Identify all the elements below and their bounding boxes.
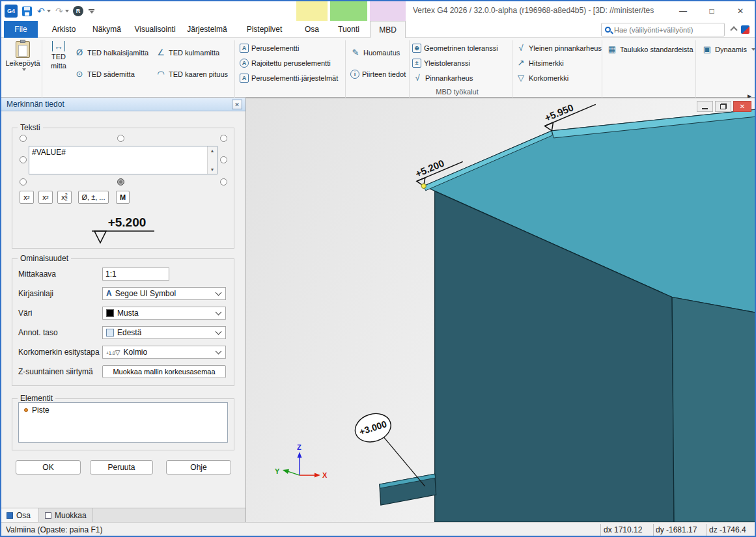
dialog-close-button[interactable]: ✕: [232, 100, 242, 109]
dynamic-icon: ▣: [702, 44, 712, 55]
z-offset-label: Z-suuntainen siirtymä: [18, 367, 93, 376]
elevation-style-label: Korkomerkin esitystapa: [18, 348, 100, 357]
elevation-mark-icon: +1.0▽: [106, 349, 120, 356]
customize-toolbar-button[interactable]: [89, 5, 94, 17]
record-icon: R: [73, 6, 83, 16]
status-dx: dx 1710.12: [604, 525, 652, 534]
ribbon-button-korkomerkki[interactable]: ▽ Korkomerkki: [516, 70, 602, 85]
ribbon-button-yleistoleranssi[interactable]: ± Yleistoleranssi: [412, 55, 498, 70]
undo-button[interactable]: ↶: [37, 5, 51, 17]
superscript-button[interactable]: x2: [20, 191, 34, 204]
ribbon-button-ted-sademitta[interactable]: ⊙ TED sädemitta: [74, 63, 148, 85]
save-button[interactable]: [22, 5, 32, 17]
note-icon: ✎: [350, 48, 361, 58]
vertex-mini-icon[interactable]: [741, 25, 749, 34]
text-scrollbar[interactable]: ▲ ▼: [207, 146, 217, 174]
font-select[interactable]: A Segoe UI Symbol: [102, 287, 226, 300]
ok-button[interactable]: OK: [16, 460, 81, 475]
ribbon-button-ted-kulmamitta[interactable]: ∠ TED kulmamitta: [156, 42, 228, 63]
tab-pistepilvet[interactable]: Pistepilvet: [240, 21, 289, 38]
model-canvas[interactable]: +5.950 +5.200 +3.000 Z: [246, 98, 756, 522]
annotation-text-area[interactable]: #VALUE# ▲ ▼: [29, 146, 217, 174]
model-right-wall[interactable]: [672, 297, 756, 522]
tab-mbd[interactable]: MBD: [370, 21, 406, 38]
view-restore-button[interactable]: [715, 101, 731, 112]
ribbon-button-hitsimerkki[interactable]: ↗ Hitsimerkki: [516, 55, 602, 70]
ribbon-button-piirteen-tiedot[interactable]: i Piirteen tiedot: [350, 63, 406, 85]
ribbon-button-yleinen-pinnankarheus[interactable]: √ Yleinen pinnankarheus: [516, 40, 602, 55]
datum-system-icon: A: [240, 74, 249, 83]
scroll-down-icon[interactable]: ▼: [208, 165, 217, 174]
standards-table-icon: ▦: [607, 44, 617, 55]
tab-nakyma[interactable]: Näkymä: [86, 21, 128, 38]
app-logo[interactable]: G4: [5, 5, 18, 18]
bottom-tab-muokkaa[interactable]: Muokkaa: [40, 508, 93, 523]
ribbon-button-ted-halkaisijamitta[interactable]: Ø TED halkaisijamitta: [74, 42, 148, 63]
anchor-radio-top-right[interactable]: [220, 135, 227, 142]
coordinate-triad: Z X Y: [275, 443, 328, 479]
redo-button[interactable]: ↷: [55, 5, 69, 17]
measure-button[interactable]: M: [116, 191, 130, 204]
tab-arkisto[interactable]: Arkisto: [43, 21, 85, 38]
part-icon: [7, 512, 13, 519]
anchor-radio-middle-left[interactable]: [20, 156, 27, 163]
tab-accent-mbd: [370, 1, 406, 21]
ribbon-button-dynaamis[interactable]: ▣ Dynaamis: [702, 42, 755, 57]
ted-mitta-label2: mitta: [51, 62, 66, 70]
help-button[interactable]: Ohje: [166, 460, 231, 475]
anchor-radio-bottom-left[interactable]: [20, 178, 27, 186]
record-button[interactable]: R: [73, 5, 83, 17]
paste-button[interactable]: Leikepöytä: [7, 39, 39, 71]
svg-text:+5.200: +5.200: [108, 215, 147, 229]
window-maximize-button[interactable]: □: [697, 1, 726, 21]
ted-mitta-button[interactable]: ↔ TED mitta: [44, 39, 73, 70]
window-close-button[interactable]: ✕: [726, 1, 755, 21]
anchor-radio-middle-right[interactable]: [220, 156, 227, 163]
ribbon-button-peruselementti-jarjestelmat[interactable]: A Peruselementti-järjestelmät: [240, 70, 338, 85]
collapse-ribbon-icon[interactable]: [730, 26, 737, 33]
anchor-radio-bottom-center[interactable]: [117, 178, 124, 186]
ribbon-button-huomautus[interactable]: ✎ Huomautus: [350, 42, 406, 63]
elevation-annotation-3000[interactable]: +3.000: [352, 409, 425, 486]
tab-tuonti[interactable]: Tuonti: [330, 21, 367, 38]
elevation-style-select[interactable]: +1.0▽ Kolmio: [102, 346, 226, 359]
chevron-down-icon: [216, 329, 222, 335]
redo-caret-icon: [65, 10, 69, 12]
tab-visualisointi[interactable]: Visualisointi: [129, 21, 181, 38]
anchor-radio-top-center[interactable]: [117, 135, 124, 142]
view-minimize-button[interactable]: [697, 101, 713, 112]
ribbon-button-geometrinen-toleranssi[interactable]: ⊕ Geometrinen toleranssi: [412, 40, 498, 55]
scroll-up-icon[interactable]: ▲: [208, 146, 217, 155]
search-input[interactable]: [614, 26, 721, 34]
anchor-radio-bottom-right[interactable]: [220, 178, 227, 186]
anchor-radio-top-left[interactable]: [20, 135, 27, 142]
bottom-tab-osa[interactable]: Osa: [1, 508, 39, 523]
elements-list[interactable]: Piste: [18, 402, 228, 443]
list-item[interactable]: Piste: [19, 403, 227, 415]
edit-elevation-button[interactable]: Muokkaa mallin korkeusasemaa: [102, 365, 226, 378]
properties-group-label: Ominaisuudet: [18, 254, 71, 263]
ribbon-button-taulukko-standard[interactable]: ▦ Taulukko standardeista: [607, 42, 693, 57]
dialog-title-bar[interactable]: Merkinnän tiedot ✕: [1, 98, 245, 111]
super-subscript-button[interactable]: x22: [57, 191, 72, 204]
tab-accent-osa: [296, 1, 328, 21]
cancel-button[interactable]: Peruuta: [90, 460, 153, 475]
annotation-plane-select[interactable]: Edestä: [102, 326, 226, 339]
tab-jarjestelma[interactable]: Järjestelmä: [182, 21, 232, 38]
ribbon-button-ted-kaaren-pituus[interactable]: ◠ TED kaaren pituus: [156, 63, 228, 85]
symbols-button[interactable]: Ø, ±, ...: [78, 191, 109, 204]
undo-caret-icon: [47, 10, 51, 12]
3d-viewport[interactable]: +5.950 +5.200 +3.000 Z: [245, 98, 756, 522]
paste-icon: [16, 41, 30, 58]
tab-osa[interactable]: Osa: [296, 21, 328, 38]
ribbon-button-peruselementti[interactable]: A Peruselementti: [240, 40, 338, 55]
tab-file[interactable]: File: [4, 21, 38, 38]
subscript-button[interactable]: x2: [38, 191, 53, 204]
scale-input[interactable]: [102, 268, 169, 281]
color-select[interactable]: Musta: [102, 307, 226, 320]
window-minimize-button[interactable]: —: [669, 1, 697, 21]
view-close-button[interactable]: ✕: [733, 101, 751, 112]
ribbon-button-rajoitettu-peruselementti[interactable]: A Rajoitettu peruselementti: [240, 55, 338, 70]
ribbon-button-pinnankarheus[interactable]: √ Pinnankarheus: [412, 70, 498, 85]
minimize-icon: [702, 108, 708, 109]
